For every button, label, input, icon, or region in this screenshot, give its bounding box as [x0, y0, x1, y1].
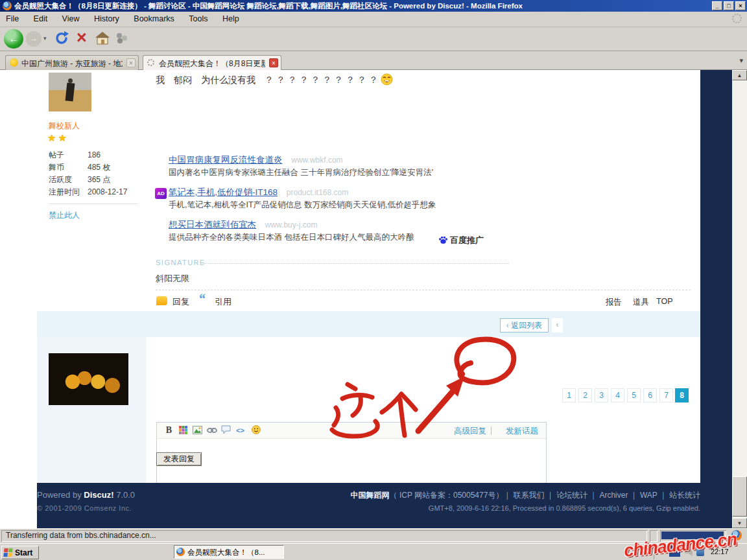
tab-label: 中国广州旅游 - 东亚旅游 - 地方风... [21, 58, 123, 69]
ad-item[interactable]: 中国胃病康复网反流性食道炎 www.wbkf.com [169, 154, 571, 166]
home-button[interactable] [95, 31, 110, 48]
quote-icon: “ [198, 291, 206, 307]
scroll-up-button[interactable]: ▲ [732, 70, 747, 80]
ad-title-link[interactable]: 中国胃病康复网反流性食道炎 [169, 155, 283, 165]
page-button-1[interactable]: 1 [562, 388, 576, 402]
ad-item[interactable]: 想买日本酒就到佰宜杰 www.buy-j.com [169, 219, 571, 231]
stat-row: 舞币485 枚 [49, 161, 127, 174]
tool-link[interactable]: 道具 [633, 297, 649, 308]
stat-label: 舞币 [49, 161, 88, 174]
menu-help[interactable]: Help [217, 12, 245, 27]
avatar-figure [65, 82, 75, 101]
tab-label: 会员靓照大集合！（8月8日更新... [159, 58, 265, 69]
discuz-brand[interactable]: Discuz! [84, 490, 113, 500]
ban-user-link[interactable]: 禁止此人 [49, 210, 80, 221]
separator: ｜ [630, 491, 638, 500]
stat-value: 2008-12-17 [88, 187, 127, 196]
windows-flag-icon [3, 548, 12, 557]
page-button-6[interactable]: 6 [643, 388, 657, 402]
menu-bar: File Edit View History Bookmarks Tools H… [0, 12, 747, 27]
chevron-left-icon: ‹ [506, 321, 509, 330]
submit-reply-button[interactable]: 发表回复 [156, 452, 202, 466]
baidu-promotion[interactable]: 百度推广 [438, 235, 484, 246]
signature-image [49, 353, 128, 405]
stat-row: 注册时间2008-12-17 [49, 186, 127, 198]
reload-button[interactable] [53, 30, 70, 47]
ad-item[interactable]: 笔记本,手机,低价促销-IT168 product.it168.com [169, 187, 571, 198]
bold-icon[interactable]: B [163, 425, 174, 436]
footer-server-info: GMT+8, 2009-6-16 22:16, Processed in 0.8… [309, 504, 700, 512]
tab-travel[interactable]: 中国广州旅游 - 东亚旅游 - 地方风... × [5, 55, 139, 70]
menu-edit[interactable]: Edit [28, 12, 54, 27]
scroll-down-button[interactable]: ▼ [732, 518, 747, 528]
insert-code-icon[interactable]: <> [235, 425, 246, 436]
vertical-scrollbar[interactable]: ▲ ▼ [732, 70, 747, 528]
back-to-list-button[interactable]: ‹ 返回列表 [500, 318, 549, 332]
throbber-icon [732, 14, 742, 23]
menu-view[interactable]: View [56, 12, 86, 27]
pagination-band [37, 311, 700, 337]
tab-forum-active[interactable]: 会员靓照大集合！（8月8日更新... × [143, 55, 281, 70]
list-all-tabs-icon[interactable]: ▾ [739, 56, 743, 65]
insert-image-icon[interactable] [192, 425, 203, 436]
reply-link[interactable]: 回复 [172, 296, 189, 308]
minimize-button[interactable]: _ [712, 1, 722, 10]
advanced-reply-link[interactable]: 高级回复 [454, 426, 486, 437]
page-button-4[interactable]: 4 [611, 388, 624, 402]
footer-link-wap[interactable]: WAP [640, 491, 658, 500]
footer-links-line: 中国舞蹈网（ ICP 网站备案：05005477号）｜ 联系我们 ｜ 论坛统计 … [309, 490, 700, 501]
quote-link[interactable]: 引用 [215, 296, 231, 308]
discuz-version: 7.0.0 [116, 490, 135, 500]
author-stats: 帖子186 舞币485 枚 活跃度365 点 注册时间2008-12-17 [49, 149, 127, 198]
ad-url: www.wbkf.com [291, 156, 342, 165]
stop-button[interactable]: × [73, 28, 91, 47]
insert-link-icon[interactable] [206, 425, 217, 436]
smiley-icon[interactable] [250, 425, 261, 436]
footer-link-contact[interactable]: 联系我们 [514, 491, 545, 500]
close-button[interactable]: × [735, 1, 746, 10]
page-button-5[interactable]: 5 [627, 388, 641, 402]
page-button-2[interactable]: 2 [578, 388, 592, 402]
new-topic-link[interactable]: 发新话题 [506, 426, 538, 437]
separator: ｜ [589, 491, 597, 500]
footer-link-archiver[interactable]: Archiver [599, 491, 628, 500]
stat-value: 186 [88, 150, 101, 159]
copyright: © 2001-2009 Comsenz Inc. [37, 504, 132, 512]
ad-desc: 手机,笔记本,相机等全IT产品促销信息 数万家经销商天天促销,低价超乎想象 [169, 200, 571, 211]
history-dropdown-icon[interactable]: ▾ [43, 35, 47, 41]
menu-history[interactable]: History [88, 12, 125, 27]
stat-label: 活跃度 [49, 174, 88, 186]
top-link[interactable]: TOP [656, 297, 672, 306]
footer-link-stats[interactable]: 论坛统计 [556, 491, 587, 500]
page-button-8-current[interactable]: 8 [675, 388, 689, 402]
page-button-3[interactable]: 3 [595, 388, 608, 402]
page-button-7[interactable]: 7 [659, 388, 673, 402]
powered-by: Powered by Discuz! 7.0.0 [37, 490, 135, 500]
ad-title-link[interactable]: 想买日本酒就到佰宜杰 [169, 220, 256, 229]
back-button[interactable]: ← [4, 29, 23, 49]
footer-link-webmaster-stats[interactable]: 站长统计 [669, 491, 700, 500]
tab-close-icon[interactable]: × [126, 58, 136, 67]
avatar[interactable] [49, 73, 91, 111]
ad-title-link[interactable]: 笔记本,手机,低价促销-IT168 [169, 187, 278, 197]
post-footer-divider [156, 290, 691, 290]
stat-label: 注册时间 [49, 186, 88, 198]
tab-close-icon[interactable]: × [269, 58, 278, 67]
start-button[interactable]: Start [1, 546, 39, 559]
menu-file[interactable]: File [0, 12, 25, 27]
taskbar-window-button[interactable]: 会员靓照大集合！（8... [174, 545, 284, 559]
ad-badge: AD [155, 188, 167, 199]
quote-bubble-icon[interactable] [220, 425, 231, 436]
forward-button[interactable]: → [26, 31, 42, 47]
powered-prefix: Powered by [37, 490, 82, 500]
history-sidebar-icon[interactable] [115, 32, 128, 47]
menu-bookmarks[interactable]: Bookmarks [128, 12, 180, 27]
report-link[interactable]: 报告 [606, 297, 622, 308]
icp-number: （ ICP 网站备案：05005477号）｜ [390, 491, 512, 500]
menu-tools[interactable]: Tools [183, 12, 213, 27]
prev-page-button[interactable]: ‹ [552, 318, 563, 332]
color-palette-icon[interactable] [178, 425, 189, 436]
scrollbar-thumb[interactable] [732, 476, 747, 517]
title-bar: 会员靓照大集合！（8月8日更新连接） - 舞蹈讨论区 - 中国舞蹈网论坛 舞蹈论… [0, 0, 747, 12]
restore-button[interactable]: □ [724, 1, 734, 10]
